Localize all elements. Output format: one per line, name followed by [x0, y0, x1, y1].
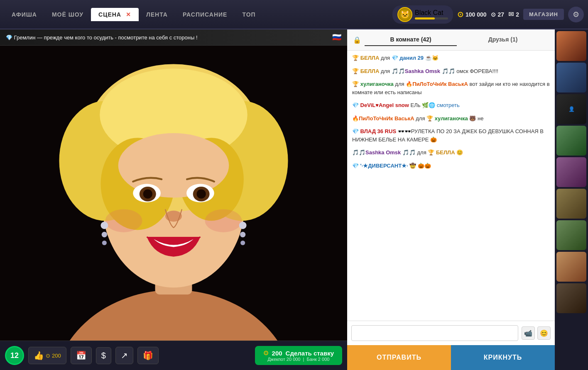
svg-point-24 [240, 232, 245, 237]
svg-point-25 [240, 241, 245, 245]
svg-point-15 [143, 190, 152, 199]
coin-icon: ⊙ [46, 353, 50, 359]
shop-button[interactable]: МАГАЗИН [523, 9, 564, 20]
list-item[interactable] [556, 252, 586, 282]
coins-display: ⊙ 100 000 [457, 10, 487, 19]
dollar-icon: $ [101, 351, 106, 360]
flag-icon: 🇷🇺 [332, 33, 341, 42]
coin-icon: ⊙ [457, 10, 463, 19]
svg-point-19 [205, 209, 242, 232]
list-item[interactable] [556, 63, 586, 92]
nav-item-afisha[interactable]: АФИША [4, 8, 44, 21]
message-icon: ✉ [508, 10, 514, 18]
list-item[interactable]: 👤 [556, 94, 586, 124]
chat-area: 🔒 В комнате (42) Друзья (1) 🏆 БЕЛЛА для … [347, 29, 555, 370]
list-item[interactable] [556, 126, 586, 156]
chat-footer: Отправить Крикнуть [347, 345, 555, 370]
list-item: 💎 ВЛАД 36 RUS 🕶️🕶️РУЛЕТКА ПО 20 ЗА ДЖЕК … [352, 127, 550, 144]
svg-point-22 [102, 241, 107, 245]
list-item[interactable] [556, 31, 586, 61]
settings-button[interactable]: ⚙ [568, 7, 584, 22]
like-button[interactable]: 👍 ⊙ 200 [28, 347, 66, 364]
calendar-button[interactable]: 📅 [71, 347, 92, 364]
bet-sub: Джекпот 20 000 | Банк 2 000 [267, 357, 329, 362]
avatar: 🐱 [397, 7, 412, 22]
calendar-icon: 📅 [76, 351, 86, 360]
svg-point-23 [239, 222, 247, 229]
bet-area[interactable]: ⊙ 200 Сделать ставку Джекпот 20 000 | Ба… [255, 346, 342, 365]
list-item: 🏆 БЕЛЛА для 💎 данил 29 ☕🐱 [352, 54, 550, 62]
nav-item-scena[interactable]: СЦЕНА ✕ [91, 8, 139, 21]
link-watch[interactable]: смотреть [437, 102, 460, 108]
list-item: 💎 '·★ДИВЕРСАНТ★· 🤠 🎃🎃 [352, 162, 550, 170]
list-item[interactable] [556, 220, 586, 250]
user-name: Black Cat [415, 9, 448, 17]
share-icon: ↗ [121, 351, 128, 360]
tab-friends[interactable]: Друзья (1) [457, 34, 549, 46]
list-item: 💎 DeViL♥Angel snow ЕЛь 🌿🌐 смотреть [352, 101, 550, 110]
share-button[interactable]: ↗ [115, 347, 133, 364]
user-badge[interactable]: 🐱 Black Cat [392, 5, 453, 24]
emoji-icon-btn[interactable]: 😊 [537, 326, 551, 340]
main-area: 💎 Гремлин — прежде чем кого то осудить -… [0, 29, 588, 370]
close-icon[interactable]: ✕ [126, 11, 131, 18]
list-item: 🎵🎵Sashka Omsk 🎵🎵 для 🏆 БЕЛЛА 😊 [352, 148, 550, 157]
stage-bottom-bar: 12 👍 ⊙ 200 📅 $ ↗ 🎁 ⊙ 2 [0, 341, 347, 370]
bet-coin-icon: ⊙ [263, 349, 269, 357]
gift-button[interactable]: 🎁 [137, 347, 159, 364]
stage-header: 💎 Гремлин — прежде чем кого то осудить -… [0, 29, 347, 46]
chat-messages: 🏆 БЕЛЛА для 💎 данил 29 ☕🐱 🏆 БЕЛЛА для 🎵🎵… [347, 51, 555, 321]
stage-header-text: 💎 Гремлин — прежде чем кого то осудить -… [6, 34, 198, 41]
nav-item-top[interactable]: ТОП [235, 8, 263, 21]
stage-area: 💎 Гремлин — прежде чем кого то осудить -… [0, 29, 347, 370]
list-item: 🏆 хулиганочка для 🔥ПиЛоТоЧнИк ВаськА вот… [352, 80, 550, 96]
stage-video [0, 46, 347, 341]
chat-input-area: 📹 😊 [347, 321, 555, 345]
svg-point-20 [100, 222, 108, 229]
user-progress-bar [415, 17, 448, 19]
notifications-display[interactable]: ⊙ 27 [491, 11, 505, 18]
send-button[interactable]: Отправить [347, 345, 451, 370]
nav-item-lenta[interactable]: ЛЕНТА [139, 8, 175, 21]
user-area: 🐱 Black Cat ⊙ 100 000 ⊙ 27 ✉ 2 МАГАЗИН ⚙ [392, 5, 584, 24]
tab-room[interactable]: В комнате (42) [365, 34, 457, 46]
notification-icon: ⊙ [491, 11, 496, 18]
video-icon-btn[interactable]: 📹 [522, 326, 535, 340]
dollar-button[interactable]: $ [96, 347, 111, 364]
list-item: 🏆 БЕЛЛА для 🎵🎵Sashka Omsk 🎵🎵 омск ФОРЕВА… [352, 67, 550, 75]
chat-header: 🔒 В комнате (42) Друзья (1) [347, 29, 555, 51]
nav-item-myshow[interactable]: МОЁ ШОУ [44, 8, 91, 21]
list-item[interactable] [556, 189, 586, 219]
svg-point-21 [102, 232, 107, 237]
list-item[interactable] [556, 283, 586, 313]
gift-icon: 🎁 [143, 351, 153, 360]
level-badge: 12 [5, 346, 24, 365]
messages-display[interactable]: ✉ 2 [508, 10, 519, 18]
svg-point-18 [105, 209, 142, 232]
right-sidebar: 👤 [555, 29, 588, 370]
shout-button[interactable]: Крикнуть [451, 345, 555, 370]
list-item: 🔥ПиЛоТоЧнИк ВаськА для 🏆 хулиганочка 🐻 н… [352, 114, 550, 123]
chat-input[interactable] [351, 325, 518, 341]
lock-icon: 🔒 [353, 36, 361, 44]
nav-item-raspisanie[interactable]: РАСПИСАНИЕ [175, 8, 235, 21]
svg-point-10 [118, 133, 229, 198]
like-icon: 👍 [34, 351, 44, 360]
list-item[interactable] [556, 157, 586, 187]
top-navigation: АФИША МОЁ ШОУ СЦЕНА ✕ ЛЕНТА РАСПИСАНИЕ Т… [0, 0, 588, 29]
svg-point-16 [197, 190, 206, 199]
